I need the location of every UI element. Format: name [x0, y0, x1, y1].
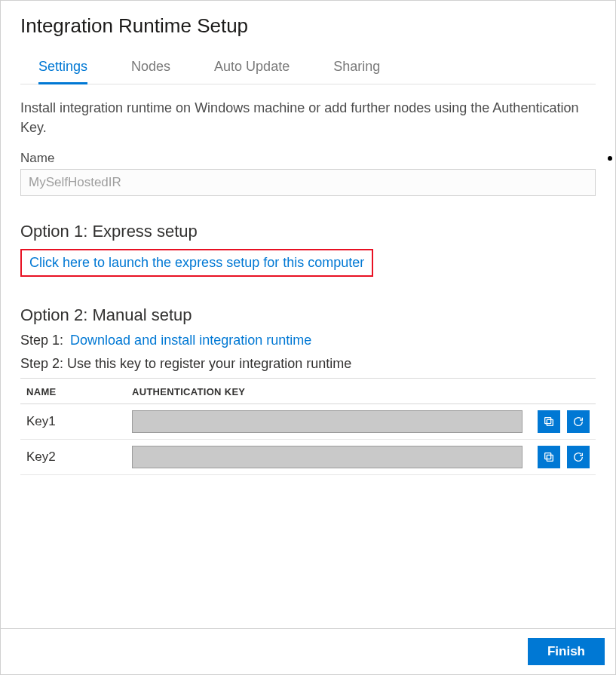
key-value-field[interactable] — [132, 446, 523, 468]
copy-key-button[interactable] — [538, 446, 560, 468]
col-header-actions — [529, 379, 596, 404]
express-setup-highlight: Click here to launch the express setup f… — [20, 249, 373, 277]
key-name-cell: Key1 — [20, 404, 126, 440]
auth-keys-table: NAME AUTHENTICATION KEY Key1 — [20, 378, 596, 475]
name-label-row: Name — [20, 151, 596, 166]
intro-text: Install integration runtime on Windows m… — [20, 98, 596, 137]
copy-icon — [543, 416, 555, 428]
step1-line: Step 1: Download and install integration… — [20, 333, 596, 348]
regenerate-key-button[interactable] — [567, 446, 590, 468]
name-label: Name — [20, 151, 54, 166]
option1-heading: Option 1: Express setup — [20, 222, 596, 241]
refresh-icon — [572, 451, 584, 463]
tab-settings[interactable]: Settings — [38, 54, 87, 84]
regenerate-key-button[interactable] — [567, 410, 590, 433]
refresh-icon — [572, 416, 584, 428]
page-title: Integration Runtime Setup — [20, 14, 596, 38]
copy-key-button[interactable] — [538, 410, 560, 433]
svg-rect-3 — [545, 453, 551, 459]
tab-sharing[interactable]: Sharing — [333, 54, 380, 84]
tab-nodes[interactable]: Nodes — [131, 54, 170, 84]
key-value-field[interactable] — [132, 410, 523, 433]
table-row: Key2 — [20, 440, 596, 475]
panel-content: Integration Runtime Setup Settings Nodes… — [1, 1, 615, 628]
setup-panel: Integration Runtime Setup Settings Nodes… — [0, 0, 616, 675]
express-setup-link[interactable]: Click here to launch the express setup f… — [29, 255, 364, 270]
copy-icon — [543, 451, 555, 463]
svg-rect-0 — [547, 420, 553, 426]
step2-line: Step 2: Use this key to register your in… — [20, 356, 596, 372]
key-name-cell: Key2 — [20, 440, 126, 475]
table-row: Key1 — [20, 404, 596, 440]
tab-bar: Settings Nodes Auto Update Sharing — [20, 54, 596, 84]
footer-bar: Finish — [1, 628, 615, 674]
download-runtime-link[interactable]: Download and install integration runtime — [70, 333, 311, 348]
svg-rect-2 — [547, 456, 553, 462]
step1-prefix: Step 1: — [20, 333, 63, 348]
name-input[interactable] — [20, 169, 596, 196]
tab-auto-update[interactable]: Auto Update — [214, 54, 290, 84]
col-header-name: NAME — [20, 379, 126, 404]
col-header-authkey: AUTHENTICATION KEY — [126, 379, 529, 404]
info-icon[interactable] — [608, 156, 612, 161]
svg-rect-1 — [545, 418, 551, 424]
option2-heading: Option 2: Manual setup — [20, 305, 596, 325]
finish-button[interactable]: Finish — [528, 638, 605, 665]
